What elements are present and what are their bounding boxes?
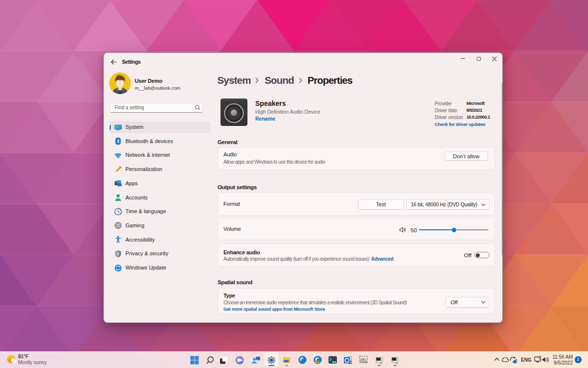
svg-text:CAN: CAN [316,361,319,363]
svg-text:PRE: PRE [348,362,352,364]
